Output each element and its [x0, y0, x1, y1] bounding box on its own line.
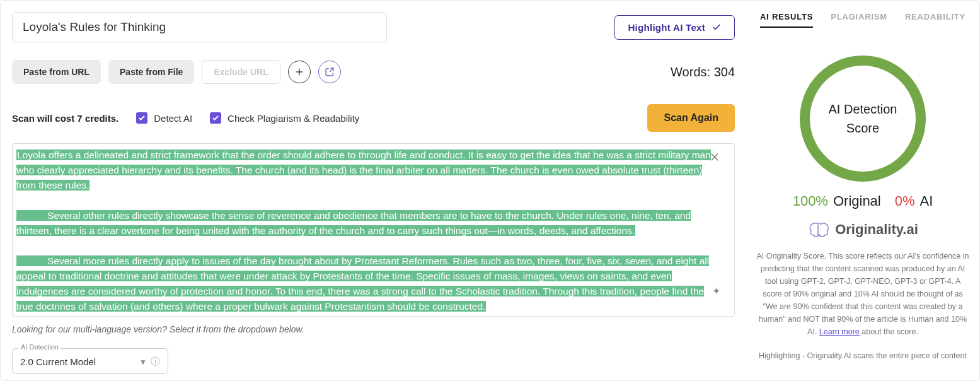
score-label-2: Score — [829, 119, 897, 138]
credit-cost: Scan will cost 7 credits. — [12, 113, 118, 124]
original-pct: 100% — [793, 193, 828, 209]
check-icon — [712, 22, 722, 32]
add-button[interactable] — [288, 61, 311, 83]
toolbar-left: Paste from URL Paste from File Exclude U… — [12, 60, 341, 84]
results-panel: AI RESULTS PLAGIARISM READABILITY AI Det… — [746, 1, 979, 380]
content-area: ✦ Loyola offers a delineated and strict … — [12, 143, 735, 317]
paste-file-button[interactable]: Paste from File — [108, 60, 194, 84]
model-select[interactable]: 2.0 Current Model ▼ ⓘ — [12, 348, 168, 374]
check-plagiarism-checkbox[interactable]: Check Plagiarism & Readability — [210, 112, 359, 124]
check-plagiarism-label: Check Plagiarism & Readability — [228, 113, 359, 124]
scan-again-button[interactable]: Scan Again — [647, 104, 735, 132]
highlight-ai-button[interactable]: Highlight AI Text — [614, 15, 735, 40]
score-line: 100% Original 0% AI — [793, 193, 933, 209]
options-left: Scan will cost 7 credits. Detect AI Chec… — [12, 112, 359, 124]
model-value: 2.0 Current Model — [20, 356, 96, 367]
score-description: AI Originality Score. This score reflect… — [752, 250, 973, 338]
expand-icon: ✦ — [712, 285, 720, 297]
content-text[interactable]: Loyola offers a delineated and strict fr… — [13, 144, 734, 317]
paste-url-button[interactable]: Paste from URL — [12, 60, 101, 84]
paragraph-2: Several other rules directly showcase th… — [16, 210, 691, 236]
learn-more-link[interactable]: Learn more — [819, 327, 860, 336]
ai-label: AI — [920, 193, 933, 209]
word-count: Words: 304 — [671, 65, 735, 79]
editor-panel: Highlight AI Text Paste from URL Paste f… — [1, 1, 746, 380]
checkbox-icon — [136, 112, 147, 124]
share-button[interactable] — [318, 61, 341, 83]
paragraph-1: Loyola offers a delineated and strict fr… — [16, 149, 711, 190]
ai-pct: 0% — [895, 193, 915, 209]
chevron-down-icon: ▼ — [139, 358, 147, 366]
detect-ai-label: Detect AI — [154, 113, 192, 124]
app-container: Highlight AI Text Paste from URL Paste f… — [0, 0, 980, 381]
title-input[interactable] — [12, 12, 387, 42]
tab-readability[interactable]: READABILITY — [905, 12, 966, 28]
brand: Originality.ai — [807, 221, 918, 238]
info-icon[interactable]: ⓘ — [151, 356, 160, 368]
detect-ai-checkbox[interactable]: Detect AI — [136, 112, 192, 124]
score-circle: AI Detection Score — [800, 56, 926, 182]
title-row: Highlight AI Text — [12, 12, 735, 42]
clear-content-button[interactable] — [709, 150, 720, 167]
toolbar-row: Paste from URL Paste from File Exclude U… — [12, 60, 735, 84]
score-label-1: AI Detection — [829, 100, 897, 119]
language-hint: Looking for our multi-language version? … — [12, 324, 735, 334]
result-tabs: AI RESULTS PLAGIARISM READABILITY — [752, 12, 973, 34]
share-icon — [325, 67, 335, 77]
highlight-ai-label: Highlight AI Text — [628, 22, 705, 33]
model-legend: AI Detection — [18, 343, 61, 351]
checkbox-icon — [210, 112, 221, 124]
highlight-description: Highlighting - Originality.AI scans the … — [759, 349, 967, 362]
tab-plagiarism[interactable]: PLAGIARISM — [831, 12, 887, 28]
brain-icon — [807, 221, 829, 238]
model-select-wrap: AI Detection 2.0 Current Model ▼ ⓘ — [12, 348, 168, 374]
brand-name: Originality.ai — [835, 221, 918, 238]
options-row: Scan will cost 7 credits. Detect AI Chec… — [12, 104, 735, 132]
original-label: Original — [833, 193, 881, 209]
exclude-url-button[interactable]: Exclude URL — [202, 60, 280, 84]
close-icon — [709, 151, 720, 163]
paragraph-3: Several more rules directly apply to iss… — [16, 255, 709, 312]
plus-icon — [294, 67, 304, 77]
tab-ai-results[interactable]: AI RESULTS — [760, 12, 813, 28]
